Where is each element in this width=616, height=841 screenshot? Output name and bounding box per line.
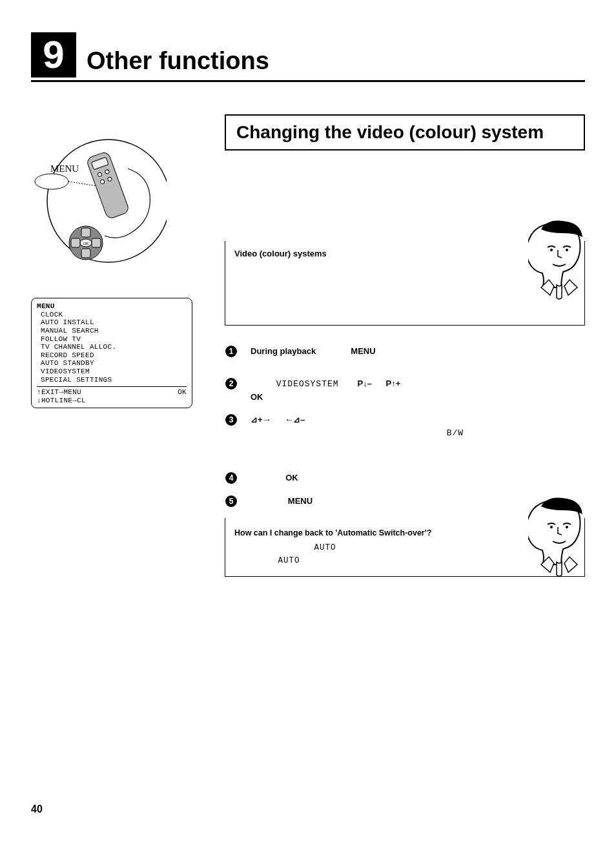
step1-during: During playback bbox=[251, 346, 316, 356]
step-bullet-icon: 5 bbox=[225, 495, 241, 508]
step-body: OK bbox=[241, 472, 585, 484]
step5-menu: MENU bbox=[288, 496, 313, 506]
chapter-number-box: 9 bbox=[31, 32, 76, 78]
chapter-title: Other functions bbox=[87, 47, 269, 78]
svg-point-16 bbox=[550, 249, 553, 251]
step-body: During playback MENU bbox=[241, 345, 585, 358]
left-column: MENU bbox=[31, 114, 205, 408]
face-icon bbox=[528, 495, 590, 577]
body: MENU bbox=[31, 114, 585, 577]
osd-item: CLOCK bbox=[37, 311, 187, 319]
info-box: Video (colour) systems bbox=[225, 241, 585, 326]
remote-illustration: MENU bbox=[31, 123, 167, 259]
step-body: ⊿+→ ←⊿– B/W bbox=[241, 413, 585, 452]
section-title: Changing the video (colour) system bbox=[236, 122, 573, 143]
osd-menu: MENU CLOCK AUTO INSTALL MANUAL SEARCH FO… bbox=[31, 298, 192, 408]
osd-item: FOLLOW TV bbox=[37, 335, 187, 344]
page-number: 40 bbox=[31, 804, 43, 815]
step3-left: ←⊿– bbox=[285, 415, 305, 424]
faq-line1: AUTO bbox=[234, 541, 507, 554]
step-bullet-icon: 3 bbox=[225, 413, 241, 426]
osd-foot-right: OK bbox=[178, 388, 187, 397]
svg-rect-11 bbox=[81, 249, 90, 258]
step-body: VIDEOSYSTEM P↓– P↑+ OK bbox=[241, 377, 585, 403]
osd-foot-left: ↑EXIT→MENU bbox=[37, 388, 81, 397]
chapter-number: 9 bbox=[43, 33, 64, 76]
svg-rect-10 bbox=[81, 228, 90, 237]
svg-point-1 bbox=[35, 174, 68, 189]
svg-point-28 bbox=[550, 526, 553, 528]
osd-item: MANUAL SEARCH bbox=[37, 327, 187, 335]
page: 9 Other functions MENU bbox=[0, 0, 616, 841]
svg-rect-12 bbox=[71, 238, 80, 247]
osd-footer-row: ↑EXIT→MENU OK bbox=[37, 388, 187, 397]
step4-ok: OK bbox=[285, 473, 298, 483]
step2-pdown: P↓– bbox=[357, 379, 371, 388]
svg-text:2: 2 bbox=[229, 379, 234, 388]
right-column: Changing the video (colour) system Video… bbox=[205, 114, 585, 577]
step1-menu: MENU bbox=[351, 346, 375, 356]
step-bullet-icon: 1 bbox=[225, 345, 241, 358]
face-icon bbox=[528, 218, 590, 300]
svg-text:1: 1 bbox=[229, 347, 234, 356]
step3-bw: B/W bbox=[447, 428, 464, 438]
svg-text:OK: OK bbox=[83, 242, 89, 245]
osd-item: VIDEOSYSTEM bbox=[37, 368, 187, 376]
steps: 1 During playback MENU 2 bbox=[225, 345, 585, 508]
chapter-header: 9 Other functions bbox=[31, 32, 585, 82]
step-2: 2 VIDEOSYSTEM P↓– P↑+ OK bbox=[225, 377, 585, 403]
osd-title: MENU bbox=[37, 302, 187, 311]
faq-auto1: AUTO bbox=[314, 543, 336, 552]
step-4: 4 OK bbox=[225, 472, 585, 484]
faq-auto2: AUTO bbox=[278, 556, 300, 565]
step-3: 3 ⊿+→ ←⊿– B/W bbox=[225, 413, 585, 452]
step3-right: ⊿+→ bbox=[251, 415, 271, 424]
osd-item: TV CHANNEL ALLOC. bbox=[37, 343, 187, 351]
step-bullet-icon: 4 bbox=[225, 472, 241, 484]
step2-pup: P↑+ bbox=[386, 379, 401, 388]
osd-item: SPECIAL SETTINGS bbox=[37, 376, 187, 384]
svg-text:4: 4 bbox=[229, 473, 234, 483]
section-title-box: Changing the video (colour) system bbox=[225, 114, 585, 151]
osd-item: RECORD SPEED bbox=[37, 351, 187, 360]
svg-rect-13 bbox=[92, 238, 101, 247]
faq-line2: AUTO bbox=[234, 554, 507, 567]
osd-item: AUTO INSTALL bbox=[37, 318, 187, 327]
step2-videosystem: VIDEOSYSTEM bbox=[276, 379, 339, 389]
menu-callout-text: MENU bbox=[50, 163, 79, 174]
svg-text:5: 5 bbox=[229, 497, 234, 506]
faq-box: How can I change back to 'Automatic Swit… bbox=[225, 518, 585, 577]
remote-icon: MENU bbox=[31, 123, 167, 272]
osd-item: AUTO STANDBY bbox=[37, 359, 187, 368]
faq-question: How can I change back to 'Automatic Swit… bbox=[234, 527, 507, 539]
step-1: 1 During playback MENU bbox=[225, 345, 585, 358]
step-bullet-icon: 2 bbox=[225, 377, 241, 390]
step2-ok: OK bbox=[251, 392, 263, 402]
osd-foot-left2: ↓HOTLINE→CL bbox=[37, 397, 187, 405]
svg-point-29 bbox=[566, 526, 568, 528]
svg-point-17 bbox=[566, 249, 568, 251]
svg-text:3: 3 bbox=[229, 415, 234, 424]
info-label: Video (colour) systems bbox=[234, 249, 507, 258]
